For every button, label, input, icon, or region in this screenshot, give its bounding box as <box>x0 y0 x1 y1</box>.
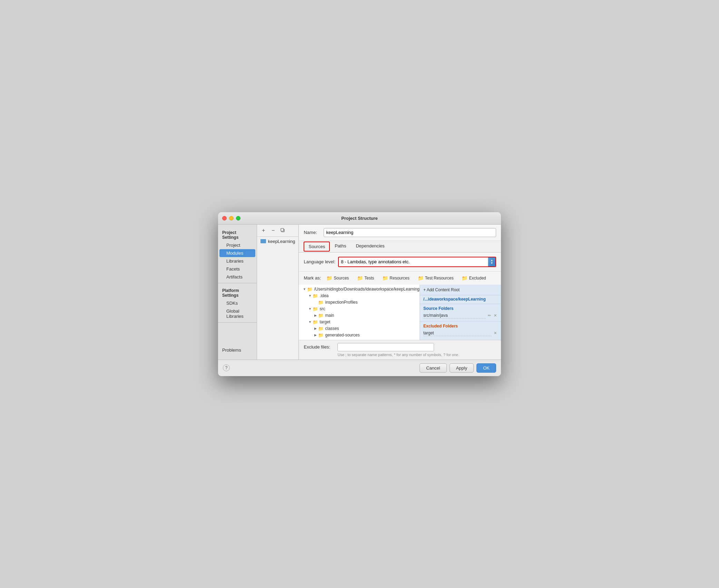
remove-module-button[interactable]: − <box>269 227 277 234</box>
mark-as-resources-button[interactable]: 📁 Resources <box>380 274 412 282</box>
remove-source-folder-button[interactable]: ✕ <box>493 313 498 318</box>
excluded-folders-section: Excluded Folders target ✕ <box>420 321 501 339</box>
resources-folder-icon: 📁 <box>382 275 388 281</box>
language-level-label: Language level: <box>304 259 335 264</box>
excluded-folders-title: Excluded Folders <box>423 324 498 329</box>
excluded-folder-name: target <box>423 331 492 336</box>
target-folder-icon: 📁 <box>313 320 318 325</box>
root-folder-icon: 📁 <box>307 287 313 292</box>
language-level-row: Language level: 8 - Lambdas, type annota… <box>299 253 501 272</box>
traffic-lights <box>222 216 240 220</box>
tree-item-src[interactable]: ▼ 📁 src <box>299 306 420 312</box>
tree-item-idea[interactable]: ▼ 📁 .idea <box>299 293 420 299</box>
project-settings-label: Project Settings <box>218 227 257 241</box>
footer: ? Cancel Apply OK <box>218 360 501 376</box>
maximize-button[interactable] <box>236 216 240 220</box>
tree-toggle-classes[interactable]: ▶ <box>313 327 318 330</box>
classes-folder-icon: 📁 <box>318 326 324 331</box>
sidebar-item-modules[interactable]: Modules <box>219 249 255 257</box>
sources-folder-icon: 📁 <box>326 275 332 281</box>
help-button[interactable]: ? <box>223 364 230 371</box>
edit-source-folder-button[interactable]: ✏ <box>487 313 492 318</box>
tree-item-classes[interactable]: ▶ 📁 classes <box>299 325 420 332</box>
excluded-folder-row: target ✕ <box>423 330 498 337</box>
spinner-down-icon: ▼ <box>491 262 493 265</box>
add-content-root-button[interactable]: + Add Content Root <box>420 285 501 295</box>
exclude-files-row: Exclude files: <box>304 343 496 351</box>
src-folder-icon: 📁 <box>313 306 318 312</box>
tree-toggle-root[interactable]: ▼ <box>302 287 307 291</box>
tree-toggle-generated[interactable]: ▶ <box>313 333 318 337</box>
tree-toggle-src[interactable]: ▼ <box>307 307 313 311</box>
platform-settings-label: Platform Settings <box>218 285 257 299</box>
language-level-spinner[interactable]: ▲ ▼ <box>488 257 495 266</box>
tree-toggle-main[interactable]: ▶ <box>313 314 318 317</box>
mark-as-tests-button[interactable]: 📁 Tests <box>354 274 377 282</box>
source-folder-actions: ✏ ✕ <box>487 313 498 318</box>
remove-excluded-folder-button[interactable]: ✕ <box>493 331 498 335</box>
tree-toggle-idea[interactable]: ▼ <box>307 294 313 297</box>
sidebar-item-project[interactable]: Project <box>218 241 257 249</box>
sidebar: Project Settings Project Modules Librari… <box>218 225 257 360</box>
tabs-row: Sources Paths Dependencies <box>299 241 501 253</box>
window-title: Project Structure <box>341 216 377 221</box>
tests-folder-icon: 📁 <box>357 275 363 281</box>
idea-folder-icon: 📁 <box>313 293 318 298</box>
source-folder-name: src/main/java <box>423 313 486 318</box>
mark-as-excluded-button[interactable]: 📁 Excluded <box>459 274 489 282</box>
svg-rect-1 <box>281 228 284 231</box>
mark-as-label: Mark as: <box>304 275 321 281</box>
mark-as-sources-button[interactable]: 📁 Sources <box>324 274 352 282</box>
source-folder-row: src/main/java ✏ ✕ <box>423 312 498 319</box>
exclude-files-input[interactable] <box>337 343 434 351</box>
cancel-button[interactable]: Cancel <box>420 363 446 373</box>
tab-sources[interactable]: Sources <box>304 242 330 252</box>
tab-paths[interactable]: Paths <box>330 241 351 252</box>
bottom-area: Exclude files: Use ; to separate name pa… <box>299 340 501 360</box>
sidebar-item-global-libraries[interactable]: Global Libraries <box>218 307 257 320</box>
sidebar-item-sdks[interactable]: SDKs <box>218 299 257 307</box>
excluded-folder-icon: 📁 <box>462 275 467 281</box>
tree-item-generated-sources[interactable]: ▶ 📁 generated-sources <box>299 332 420 339</box>
copy-module-button[interactable] <box>279 227 287 234</box>
inspection-folder-icon: 📁 <box>318 300 324 305</box>
titlebar: Project Structure <box>218 212 501 225</box>
tree-toggle-target[interactable]: ▼ <box>307 320 313 324</box>
right-panel: Name: Sources Paths Dependencies Languag… <box>299 225 501 360</box>
window-body: Project Settings Project Modules Librari… <box>218 225 501 360</box>
info-path: /...ideaworkspace/keepLearning <box>420 295 501 304</box>
name-input[interactable] <box>324 228 496 237</box>
ok-button[interactable]: OK <box>476 363 496 373</box>
tree-item-inspectionprofiles[interactable]: 📁 inspectionProfiles <box>299 299 420 306</box>
middle-panel: + − keepLearning <box>257 225 299 360</box>
footer-left: ? <box>223 364 230 371</box>
language-level-select-wrapper: 8 - Lambdas, type annotations etc. ▲ ▼ <box>338 257 496 267</box>
mark-as-row: Mark as: 📁 Sources 📁 Tests 📁 Resources 📁… <box>299 272 501 285</box>
tab-dependencies[interactable]: Dependencies <box>351 241 389 252</box>
apply-button[interactable]: Apply <box>450 363 474 373</box>
sidebar-divider-2 <box>218 322 257 323</box>
sidebar-item-problems[interactable]: Problems <box>222 346 253 354</box>
exclude-files-hint: Use ; to separate name patterns, * for a… <box>304 353 496 357</box>
sidebar-item-artifacts[interactable]: Artifacts <box>218 273 257 281</box>
minimize-button[interactable] <box>229 216 234 220</box>
name-label: Name: <box>304 230 321 235</box>
name-row: Name: <box>299 225 501 241</box>
module-item-keeplearning[interactable]: keepLearning <box>257 237 299 246</box>
tree-item-target[interactable]: ▼ 📁 target <box>299 319 420 325</box>
tree-item-root[interactable]: ▼ 📁 /Users/nidingbo/Downloads/ideaworksp… <box>299 286 420 293</box>
main-folder-icon: 📁 <box>318 313 324 318</box>
tree-item-main[interactable]: ▶ 📁 main <box>299 312 420 319</box>
excluded-folder-actions: ✕ <box>493 331 498 335</box>
mark-as-testresources-button[interactable]: 📁 Test Resources <box>415 274 456 282</box>
exclude-files-label: Exclude files: <box>304 344 335 350</box>
sidebar-item-libraries[interactable]: Libraries <box>218 257 257 265</box>
module-icon <box>260 239 266 243</box>
add-module-button[interactable]: + <box>260 227 267 234</box>
source-folders-title: Source Folders <box>423 306 498 311</box>
language-level-select[interactable]: 8 - Lambdas, type annotations etc. <box>339 257 488 266</box>
generated-folder-icon: 📁 <box>318 333 324 338</box>
close-button[interactable] <box>222 216 227 220</box>
info-panel: + Add Content Root /...ideaworkspace/kee… <box>420 285 501 340</box>
sidebar-item-facets[interactable]: Facets <box>218 265 257 273</box>
